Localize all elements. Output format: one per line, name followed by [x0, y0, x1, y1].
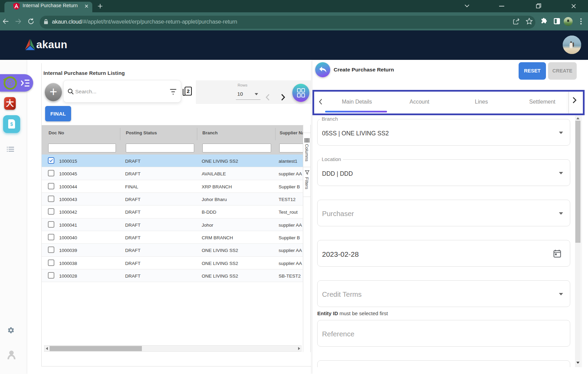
svg-text:2: 2 [187, 88, 189, 94]
